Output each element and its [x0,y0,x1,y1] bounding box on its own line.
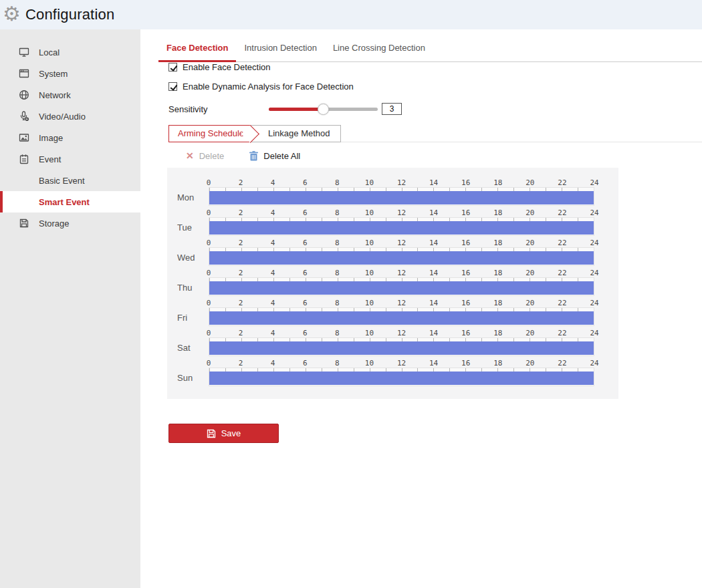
tab-line-crossing-detection[interactable]: Line Crossing Detection [325,40,433,61]
timeline-hour-label: 18 [493,359,502,368]
timeline-strip[interactable] [209,337,594,356]
timeline-bar-area[interactable] [209,341,594,355]
timeline-hour-label: 2 [239,299,243,307]
timeline-hour-label: 16 [461,299,470,307]
timeline-strip[interactable] [209,368,594,386]
timeline-hour-label: 4 [271,299,275,307]
globe-icon [19,90,29,100]
timeline-hour-label: 10 [365,329,374,337]
sidebar-item-label: Basic Event [39,176,85,186]
sidebar-item-label: Event [39,154,61,164]
subtab-arming-schedule[interactable]: Arming Schedule [168,125,251,142]
timeline-hour-labels: 024681012141618202224 [209,269,594,277]
timeline-hour-label: 0 [207,208,211,217]
sidebar-item-label: Image [39,133,63,143]
timeline-hour-label: 4 [271,359,275,368]
schedule-bar-segment[interactable] [209,221,594,235]
enable-face-detection-checkbox[interactable] [168,63,177,71]
sidebar-item-network[interactable]: Network [0,84,140,106]
sidebar-item-event[interactable]: Event [0,148,140,170]
sidebar-item-label: System [39,69,68,79]
schedule-timeline: 024681012141618202224 [209,269,594,296]
sidebar-item-smart-event[interactable]: Smart Event [0,191,140,212]
timeline-hour-label: 22 [558,299,566,307]
enable-face-detection-label: Enable Face Detection [183,62,271,72]
timeline-hour-labels: 024681012141618202224 [209,329,594,337]
enable-dynamic-analysis-row: Enable Dynamic Analysis for Face Detecti… [168,82,702,92]
timeline-hour-label: 0 [207,178,211,187]
schedule-bar-segment[interactable] [209,281,594,295]
delete-x-icon: ✕ [186,150,194,161]
schedule-day-row: Sat 024681012141618202224 [167,329,618,359]
timeline-hour-label: 8 [335,359,340,368]
timeline-hour-label: 20 [525,178,534,187]
schedule-rows: Mon 024681012141618202224 Tue 0246810121… [167,178,618,389]
timeline-hour-labels: 024681012141618202224 [209,208,594,216]
sensitivity-thumb[interactable] [318,104,329,115]
timeline-hour-label: 8 [335,208,340,217]
timeline-hour-label: 0 [207,239,211,247]
enable-face-detection-row: Enable Face Detection [168,62,702,72]
sidebar-item-system[interactable]: System [0,63,140,84]
timeline-hour-label: 18 [493,239,502,247]
timeline-hour-label: 2 [239,329,243,337]
schedule-day-row: Thu 024681012141618202224 [167,269,618,299]
timeline-strip[interactable] [209,247,594,266]
timeline-hour-label: 12 [397,178,406,187]
tab-face-detection[interactable]: Face Detection [158,40,236,61]
sidebar-item-local[interactable]: Local [0,41,140,63]
sidebar-item-storage[interactable]: Storage [0,212,140,234]
schedule-timeline: 024681012141618202224 [209,329,594,356]
schedule-toolbar: ✕ Delete Delete All [186,150,702,161]
timeline-strip[interactable] [209,277,594,296]
timeline-hour-label: 8 [335,239,340,247]
timeline-bar-area[interactable] [209,191,594,204]
gear-icon: ⚙ [3,4,21,24]
timeline-hour-labels: 024681012141618202224 [209,178,594,186]
timeline-hour-label: 12 [397,299,406,307]
sensitivity-value-input[interactable] [382,103,402,115]
timeline-hour-label: 6 [303,269,308,277]
timeline-bar-area[interactable] [209,311,594,325]
save-button[interactable]: Save [168,424,279,443]
timeline-hour-label: 12 [397,359,406,368]
timeline-hour-label: 10 [365,208,374,217]
schedule-day-label: Sun [177,373,205,383]
delete-all-button[interactable]: Delete All [249,151,300,161]
tab-intrusion-detection[interactable]: Intrusion Detection [236,40,324,61]
timeline-bar-area[interactable] [209,221,594,235]
timeline-hour-label: 4 [271,178,275,187]
timeline-hour-labels: 024681012141618202224 [209,299,594,307]
timeline-hour-label: 10 [365,178,374,187]
sidebar-item-image[interactable]: Image [0,127,140,148]
schedule-bar-segment[interactable] [209,191,594,204]
timeline-strip[interactable] [209,217,594,236]
timeline-bar-area[interactable] [209,251,594,265]
sensitivity-slider[interactable] [269,104,378,115]
timeline-hour-label: 6 [303,329,308,337]
timeline-hour-label: 2 [239,208,243,217]
schedule-bar-segment[interactable] [209,251,594,265]
schedule-day-label: Mon [177,192,205,202]
timeline-hour-label: 4 [271,329,275,337]
enable-dynamic-analysis-checkbox[interactable] [168,82,177,91]
enable-dynamic-analysis-label: Enable Dynamic Analysis for Face Detecti… [183,82,354,92]
subtab-linkage-method[interactable]: Linkage Method [251,125,341,142]
schedule-bar-segment[interactable] [209,341,594,355]
sensitivity-row: Sensitivity [168,103,702,115]
timeline-hour-label: 18 [493,329,502,337]
timeline-bar-area[interactable] [209,281,594,295]
timeline-strip[interactable] [209,187,594,206]
timeline-hour-label: 20 [525,208,534,217]
timeline-hour-label: 2 [239,269,243,277]
delete-button[interactable]: ✕ Delete [186,150,224,161]
timeline-bar-area[interactable] [209,372,594,385]
schedule-bar-segment[interactable] [209,311,594,325]
timeline-hour-label: 20 [525,239,534,247]
timeline-strip[interactable] [209,307,594,326]
schedule-bar-segment[interactable] [209,372,594,385]
timeline-hour-label: 10 [365,359,374,368]
sidebar-item-video-audio[interactable]: Video/Audio [0,106,140,127]
timeline-hour-label: 10 [365,269,374,277]
sidebar-item-basic-event[interactable]: Basic Event [0,170,140,191]
